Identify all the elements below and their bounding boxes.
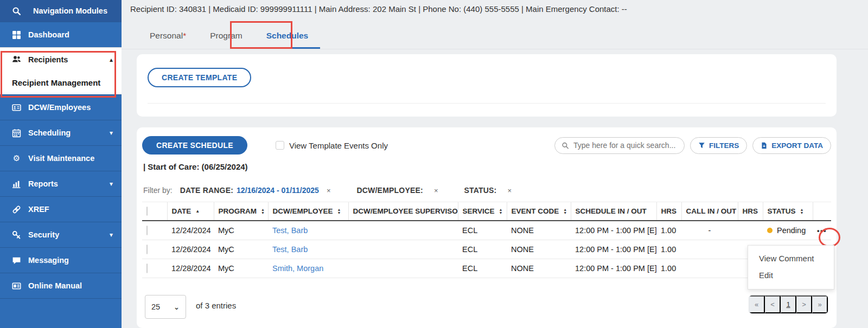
create-schedule-button[interactable]: CREATE SCHEDULE [142, 136, 247, 155]
sort-icon[interactable]: ▲▼ [563, 208, 567, 215]
menu-item-edit[interactable]: Edit [748, 267, 834, 284]
sidebar-item-navigation-modules[interactable]: Navigation Modules [0, 0, 122, 22]
search-input[interactable] [573, 141, 678, 150]
dcw-employee-link[interactable]: Test, Barb [268, 221, 348, 240]
program-cell: MyC [214, 240, 268, 259]
sidebar-item-xref[interactable]: XREF [0, 196, 122, 222]
chevron-down-icon: ⌄ [174, 303, 180, 311]
menu-item-view-comment[interactable]: View Comment [748, 250, 834, 267]
sort-icon[interactable]: ▲▼ [261, 208, 265, 215]
sidebar-item-recipient-management[interactable]: Recipient Management [0, 71, 122, 94]
call-hrs-cell [738, 221, 763, 240]
sidebar-item-label: Navigation Modules [33, 7, 107, 15]
service-cell: ECL [458, 259, 507, 278]
chip-name: STATUS: [464, 186, 496, 195]
column-header-call-hrs[interactable]: HRS [738, 202, 763, 221]
schedule-toolbar: CREATE SCHEDULE View Template Events Onl… [142, 136, 831, 155]
column-header-service[interactable]: SERVICE▲▼ [458, 202, 507, 221]
column-header-hrs[interactable]: HRS [656, 202, 681, 221]
manual-icon [12, 281, 21, 291]
sort-icon[interactable]: ▲▼ [337, 208, 341, 215]
schedule-in-out-cell: 12:00 PM - 1:00 PM [E] [571, 259, 656, 278]
table-row: 12/24/2024 MyC Test, Barb ECL NONE 12:00… [142, 221, 831, 240]
chevron-down-icon: ▾ [110, 231, 113, 239]
search-icon [12, 7, 21, 16]
row-actions-cell: ••• [813, 221, 831, 240]
checkbox-box[interactable] [276, 141, 284, 150]
page-number-button[interactable]: 1 [781, 295, 796, 313]
sidebar-item-dashboard[interactable]: Dashboard [0, 22, 122, 47]
prev-page-button[interactable]: < [765, 295, 781, 313]
column-header-dcw-employee[interactable]: DCW/EMPLOYEE▲▼ [268, 202, 348, 221]
row-select-cell [142, 240, 167, 259]
view-template-events-checkbox[interactable]: View Template Events Only [276, 141, 388, 150]
row-checkbox[interactable] [146, 263, 148, 273]
row-checkbox[interactable] [146, 226, 148, 235]
column-label: HRS [661, 207, 677, 215]
row-actions-menu: View Comment Edit [748, 245, 834, 290]
column-label: EVENT CODE [512, 207, 559, 215]
sort-asc-icon[interactable]: ▲ [195, 209, 200, 214]
call-in-out-cell: - [681, 221, 738, 240]
sidebar-item-visit-maintenance[interactable]: ⚙ Visit Maintenance [0, 145, 122, 171]
tab-bar: Personal* Program Schedules [122, 17, 868, 49]
sidebar: Navigation Modules Dashboard Recipients … [0, 0, 122, 328]
sidebar-group-recipients: Recipients ▴ Recipient Management [0, 47, 122, 94]
tab-schedules[interactable]: Schedules [254, 31, 321, 49]
page-size-select[interactable]: 25 ⌄ [145, 295, 186, 319]
hrs-cell: 1.00 [656, 221, 681, 240]
sidebar-item-reports[interactable]: Reports ▾ [0, 171, 122, 196]
row-actions-ellipsis-button[interactable]: ••• [817, 227, 827, 235]
row-checkbox[interactable] [146, 245, 148, 254]
sort-icon[interactable]: ▲▼ [800, 208, 804, 215]
filter-row: Filter by: DATE RANGE: 12/16/2024 - 01/1… [143, 186, 831, 195]
sidebar-item-scheduling[interactable]: Scheduling ▾ [0, 120, 122, 145]
call-in-out-cell [681, 259, 738, 278]
column-header-date[interactable]: DATE▲ [167, 202, 214, 221]
column-header-schedule-in-out[interactable]: SCHEDULE IN / OUT [571, 202, 656, 221]
remove-filter-icon[interactable]: × [327, 186, 331, 195]
required-asterisk: * [183, 31, 186, 40]
tab-personal[interactable]: Personal* [138, 31, 198, 49]
column-header-event-code[interactable]: EVENT CODE▲▼ [507, 202, 571, 221]
supervisor-cell [348, 240, 458, 259]
sidebar-item-security[interactable]: Security ▾ [0, 222, 122, 247]
sidebar-item-messaging[interactable]: Messaging [0, 247, 122, 273]
sidebar-item-online-manual[interactable]: Online Manual [0, 273, 122, 298]
chip-name: DCW/EMPLOYEE: [356, 186, 423, 195]
export-data-button[interactable]: EXPORT DATA [752, 137, 831, 154]
date-cell: 12/24/2024 [167, 221, 214, 240]
tab-program[interactable]: Program [198, 31, 254, 49]
column-header-program[interactable]: PROGRAM▲▼ [214, 202, 268, 221]
status-cell: Pending [763, 221, 813, 240]
next-page-button[interactable]: > [796, 295, 812, 313]
column-header-status[interactable]: STATUS▲▼ [763, 202, 813, 221]
remove-filter-icon[interactable]: × [434, 186, 438, 195]
column-header-supervisor[interactable]: DCW/EMPLOYEE SUPERVISOR [348, 202, 458, 221]
create-template-button[interactable]: CREATE TEMPLATE [148, 68, 251, 87]
first-page-button[interactable]: « [749, 295, 765, 313]
chip-name: DATE RANGE: [180, 186, 233, 195]
filters-button[interactable]: FILTERS [690, 137, 747, 154]
column-label: HRS [743, 207, 758, 215]
key-icon [12, 230, 21, 240]
dcw-employee-link[interactable]: Test, Barb [268, 240, 348, 259]
sidebar-item-recipients[interactable]: Recipients ▴ [0, 48, 122, 71]
dcw-employee-link[interactable]: Smith, Morgan [268, 259, 348, 278]
last-page-button[interactable]: » [812, 295, 828, 313]
sidebar-item-label: Online Manual [28, 281, 82, 290]
gears-icon: ⚙ [12, 154, 21, 163]
remove-filter-icon[interactable]: × [507, 186, 512, 195]
quick-search[interactable] [554, 137, 685, 154]
select-all-header[interactable] [142, 202, 167, 221]
sidebar-item-label: Recipients [28, 55, 68, 64]
sort-icon[interactable]: ▲▼ [499, 208, 503, 215]
call-in-out-cell [681, 240, 738, 259]
filters-label: FILTERS [709, 142, 739, 150]
supervisor-cell [348, 221, 458, 240]
sidebar-item-label: Recipient Management [12, 78, 100, 87]
select-all-checkbox[interactable] [146, 207, 148, 216]
status-text: Pending [777, 226, 806, 235]
column-header-call-in-out[interactable]: CALL IN / OUT [681, 202, 738, 221]
sidebar-item-dcw-employees[interactable]: DCW/Employees [0, 94, 122, 120]
